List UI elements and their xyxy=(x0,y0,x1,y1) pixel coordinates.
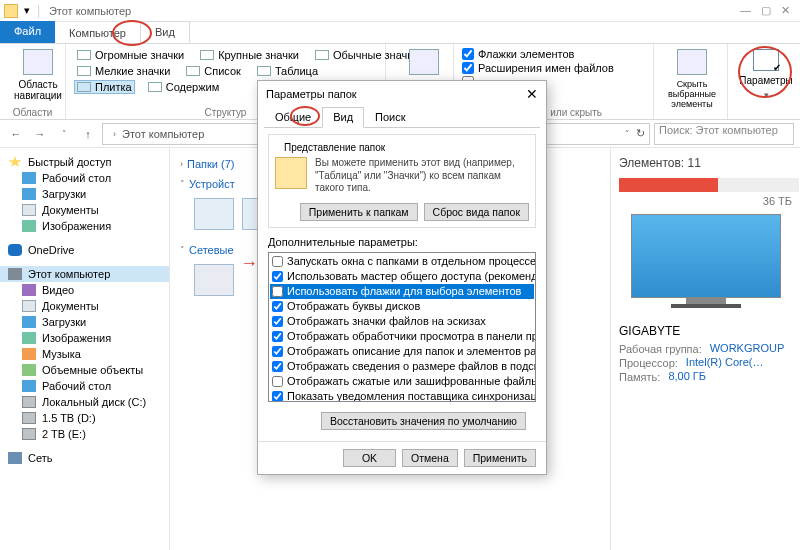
sidebar-item-documents2[interactable]: Документы xyxy=(0,298,169,314)
nav-tree: Быстрый доступ Рабочий стол Загрузки Док… xyxy=(0,148,170,550)
advanced-option[interactable]: Использовать флажки для выбора элементов xyxy=(270,284,534,299)
drive-tile[interactable] xyxy=(194,198,234,230)
layout-huge[interactable]: Огромные значки xyxy=(74,48,187,62)
sidebar-item-onedrive[interactable]: OneDrive xyxy=(0,242,169,258)
advanced-option[interactable]: Отображать сжатые или зашифрованные файл… xyxy=(270,374,534,389)
advanced-option[interactable]: Показать уведомления поставщика синхрони… xyxy=(270,389,534,402)
advanced-settings-list[interactable]: Запускать окна с папками в отдельном про… xyxy=(268,252,536,402)
option-checkbox[interactable] xyxy=(272,346,283,357)
sidebar-item-cdrive[interactable]: Локальный диск (C:) xyxy=(0,394,169,410)
sidebar-item-downloads[interactable]: Загрузки xyxy=(0,186,169,202)
sidebar-item-desktop[interactable]: Рабочий стол xyxy=(0,170,169,186)
nav-pane-label: Область навигации xyxy=(14,79,62,101)
layout-small[interactable]: Мелкие значки xyxy=(74,64,173,78)
panes-icon xyxy=(23,49,53,75)
advanced-option[interactable]: Отображать обработчики просмотра в панел… xyxy=(270,329,534,344)
pictures-icon xyxy=(22,220,36,232)
layout-tiles[interactable]: Плитка xyxy=(74,80,135,94)
sidebar-item-desktop2[interactable]: Рабочий стол xyxy=(0,378,169,394)
restore-defaults-button[interactable]: Восстановить значения по умолчанию xyxy=(321,412,526,430)
dialog-title: Параметры папок xyxy=(266,88,357,100)
advanced-option[interactable]: Отображать буквы дисков xyxy=(270,299,534,314)
network-icon xyxy=(8,452,22,464)
option-label: Использовать мастер общего доступа (реко… xyxy=(287,270,536,282)
tab-view[interactable]: Вид xyxy=(140,21,190,43)
hide-selected-button[interactable]: Скрыть выбранные элементы xyxy=(662,48,722,110)
dlg-tab-general[interactable]: Общие xyxy=(264,107,322,127)
advanced-option[interactable]: Отображать описание для папок и элементо… xyxy=(270,344,534,359)
advanced-option[interactable]: Отображать значки файлов на эскизах xyxy=(270,314,534,329)
chk-item-checkboxes[interactable]: Флажки элементов xyxy=(462,48,645,60)
chevron-down-icon[interactable]: ˅ xyxy=(625,129,630,139)
star-icon xyxy=(8,156,22,168)
sidebar-item-thispc[interactable]: Этот компьютер xyxy=(0,266,169,282)
layout-large[interactable]: Крупные значки xyxy=(197,48,302,62)
option-checkbox[interactable] xyxy=(272,256,283,267)
layout-content[interactable]: Содержим xyxy=(145,80,223,94)
sidebar-item-videos[interactable]: Видео xyxy=(0,282,169,298)
nav-up-icon[interactable]: ↑ xyxy=(78,124,98,144)
apply-to-folders-button[interactable]: Применить к папкам xyxy=(300,203,418,221)
nav-back-icon[interactable]: ← xyxy=(6,124,26,144)
dlg-tab-view[interactable]: Вид xyxy=(322,107,364,128)
reset-folders-button[interactable]: Сброс вида папок xyxy=(424,203,529,221)
nav-pane-button[interactable]: Область навигации xyxy=(8,48,68,102)
sidebar-item-pictures2[interactable]: Изображения xyxy=(0,330,169,346)
ok-button[interactable]: OK xyxy=(343,449,396,467)
folder-view-group: Представление папок Вы можете применить … xyxy=(268,134,536,228)
layout-icon xyxy=(186,66,200,76)
nav-forward-icon[interactable]: → xyxy=(30,124,50,144)
advanced-option[interactable]: Отображать сведения о размере файлов в п… xyxy=(270,359,534,374)
documents-icon xyxy=(22,300,36,312)
netloc-tile[interactable] xyxy=(194,264,234,296)
disk-icon xyxy=(22,396,36,408)
option-label: Отображать сжатые или зашифрованные файл… xyxy=(287,375,536,387)
nav-recent-icon[interactable]: ˅ xyxy=(54,124,74,144)
down-icon[interactable]: ▾ xyxy=(24,4,30,17)
advanced-option[interactable]: Запускать окна с папками в отдельном про… xyxy=(270,254,534,269)
maximize-icon[interactable]: ▢ xyxy=(761,4,771,17)
option-checkbox[interactable] xyxy=(272,271,283,282)
sidebar-item-quick[interactable]: Быстрый доступ xyxy=(0,154,169,170)
sidebar-item-documents[interactable]: Документы xyxy=(0,202,169,218)
option-checkbox[interactable] xyxy=(272,331,283,342)
sidebar-item-downloads2[interactable]: Загрузки xyxy=(0,314,169,330)
search-input[interactable]: Поиск: Этот компьютер xyxy=(654,123,794,145)
tab-file[interactable]: Файл xyxy=(0,21,55,43)
folder-icon xyxy=(4,4,18,18)
sidebar-item-d2[interactable]: 2 TB (E:) xyxy=(0,426,169,442)
layout-icon xyxy=(257,66,271,76)
chevron-right-icon: › xyxy=(180,159,183,169)
close-icon[interactable]: ✕ xyxy=(781,4,790,17)
option-checkbox[interactable] xyxy=(272,286,283,297)
dialog-close-icon[interactable]: ✕ xyxy=(526,86,538,102)
chk-extensions[interactable]: Расширения имен файлов xyxy=(462,62,645,74)
sidebar-item-pictures[interactable]: Изображения xyxy=(0,218,169,234)
dlg-tab-search[interactable]: Поиск xyxy=(364,107,416,127)
option-label: Отображать сведения о размере файлов в п… xyxy=(287,360,536,372)
option-checkbox[interactable] xyxy=(272,316,283,327)
sidebar-item-music[interactable]: Музыка xyxy=(0,346,169,362)
option-checkbox[interactable] xyxy=(272,301,283,312)
layout-table[interactable]: Таблица xyxy=(254,64,321,78)
tab-computer[interactable]: Компьютер xyxy=(55,23,140,43)
sidebar-item-network[interactable]: Сеть xyxy=(0,450,169,466)
ribbon-group-label-panes: Области xyxy=(0,107,65,118)
chevron-down-icon: ▾ xyxy=(764,90,769,100)
option-checkbox[interactable] xyxy=(272,361,283,372)
refresh-icon[interactable]: ↻ xyxy=(636,127,645,140)
sidebar-item-d15[interactable]: 1.5 TB (D:) xyxy=(0,410,169,426)
option-checkbox[interactable] xyxy=(272,391,283,402)
group-legend: Представление папок xyxy=(281,142,388,153)
minimize-icon[interactable]: — xyxy=(740,4,751,17)
options-button[interactable]: ✔ Параметры ▾ xyxy=(736,48,796,101)
option-checkbox[interactable] xyxy=(272,376,283,387)
option-label: Отображать значки файлов на эскизах xyxy=(287,315,486,327)
advanced-option[interactable]: Использовать мастер общего доступа (реко… xyxy=(270,269,534,284)
layout-list[interactable]: Список xyxy=(183,64,244,78)
sidebar-item-3d[interactable]: Объемные объекты xyxy=(0,362,169,378)
desktop-icon xyxy=(22,172,36,184)
cancel-button[interactable]: Отмена xyxy=(402,449,458,467)
apply-button[interactable]: Применить xyxy=(464,449,536,467)
ribbon-tabs: Файл Компьютер Вид xyxy=(0,22,800,44)
